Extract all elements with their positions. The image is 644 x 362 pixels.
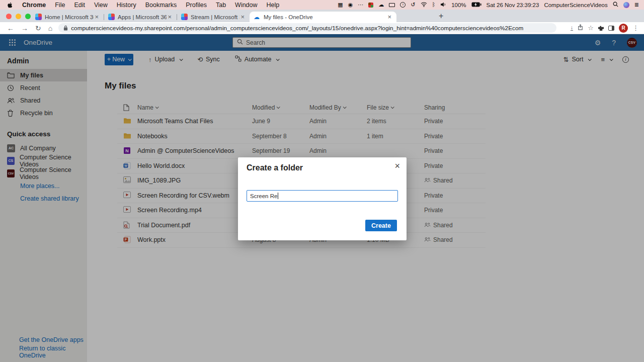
tab-close-icon[interactable]: × (94, 13, 100, 21)
microsoft365-icon (181, 14, 188, 20)
onedrive-page: OneDrive Search ⚙ ? CSV Admin My files (0, 34, 644, 362)
onedrive-cloud-icon[interactable]: ☁ (378, 2, 384, 8)
extensions-icon[interactable] (598, 25, 604, 31)
new-tab-button[interactable]: + (439, 12, 443, 21)
apple-menu-icon[interactable] (7, 2, 13, 9)
minimize-window-button[interactable] (16, 14, 21, 19)
address-bar[interactable]: computersciencevideos-my.sharepoint.com/… (58, 23, 556, 33)
control-center-icon[interactable]: ≣ (634, 2, 639, 8)
screen: ChromeFileEditViewHistoryBookmarksProfil… (0, 0, 644, 362)
tab-close-icon[interactable]: × (386, 13, 392, 21)
forward-icon[interactable]: → (21, 24, 28, 32)
menu-bookmarks[interactable]: Bookmarks (145, 2, 177, 9)
window-controls (6, 14, 31, 19)
menubar-status: ▦ ◉ ⋯ ☁ ↑ ↺ ᛒ 100% Sat 26 Nov 23:39:23 C… (338, 2, 644, 8)
onedrive-cloud-icon: ☁ (254, 14, 261, 20)
text-caret (278, 193, 278, 199)
browser-toolbar: ← → ↻ ⌂ computersciencevideos-my.sharepo… (0, 22, 644, 34)
tab-close-icon[interactable]: × (167, 13, 173, 21)
back-icon[interactable]: ← (7, 24, 14, 32)
close-window-button[interactable] (6, 14, 12, 19)
backup-icon[interactable]: ↑ (400, 2, 406, 8)
microsoft365-icon (35, 14, 42, 20)
create-folder-dialog: Create a folder × Screen Re Create (238, 157, 407, 240)
volume-icon[interactable] (440, 2, 446, 8)
menu-view[interactable]: View (94, 2, 108, 9)
tab-home-m365[interactable]: Home | Microsoft 365 × (31, 12, 104, 22)
tab-apps-m365[interactable]: Apps | Microsoft 365 × (104, 12, 177, 22)
menu-window[interactable]: Window (235, 2, 257, 9)
macos-menubar: ChromeFileEditViewHistoryBookmarksProfil… (0, 0, 644, 10)
side-panel-icon[interactable] (608, 26, 614, 31)
share-icon[interactable] (578, 24, 583, 32)
tab-stream-m365[interactable]: Stream | Microsoft 365 × (177, 12, 250, 22)
folder-name-value: Screen Re (250, 193, 277, 199)
folder-name-input[interactable]: Screen Re (247, 190, 398, 202)
menubar-username[interactable]: ComputerScienceVideos (544, 2, 607, 8)
close-icon[interactable]: × (394, 161, 400, 171)
reload-icon[interactable]: ↻ (35, 24, 41, 32)
menubar-clock[interactable]: Sat 26 Nov 23:39:23 (487, 2, 539, 8)
siri-icon[interactable] (623, 2, 629, 8)
download-icon[interactable]: ↓ (571, 25, 574, 31)
more-status-icon[interactable]: ⋯ (358, 2, 363, 8)
battery-percent: 100% (451, 2, 466, 8)
browser-profile-avatar[interactable]: R (619, 24, 628, 33)
microsoft365-icon (108, 14, 115, 20)
browser-menu-icon[interactable]: ⋮ (632, 24, 639, 32)
grid-status-icon[interactable]: ▦ (338, 2, 343, 8)
time-machine-icon[interactable]: ↺ (411, 2, 415, 8)
menu-help[interactable]: Help (267, 2, 280, 9)
menu-profiles[interactable]: Profiles (186, 2, 207, 9)
menubar-items: ChromeFileEditViewHistoryBookmarksProfil… (13, 2, 279, 9)
tab-close-icon[interactable]: × (239, 13, 246, 21)
battery-icon (471, 2, 481, 8)
lock-icon[interactable] (63, 24, 68, 33)
display-icon[interactable] (389, 3, 395, 7)
url-text: computersciencevideos-my.sharepoint.com/… (71, 25, 523, 32)
bookmark-star-icon[interactable]: ☆ (588, 24, 594, 32)
dialog-title: Create a folder (247, 163, 303, 172)
tab-my-files-onedrive[interactable]: ☁ My files - OneDrive × (250, 12, 396, 22)
menu-tab[interactable]: Tab (216, 2, 226, 9)
menu-edit[interactable]: Edit (74, 2, 85, 9)
menu-file[interactable]: File (55, 2, 65, 9)
bluetooth-icon[interactable]: ᛒ (432, 2, 436, 8)
menu-history[interactable]: History (117, 2, 136, 9)
app-status-icon[interactable] (368, 3, 373, 8)
zoom-window-button[interactable] (25, 14, 31, 19)
wifi-icon[interactable] (421, 2, 427, 8)
menu-chrome[interactable]: Chrome (22, 2, 46, 9)
home-icon[interactable]: ⌂ (48, 24, 52, 32)
create-button[interactable]: Create (365, 220, 397, 231)
tab-strip: Home | Microsoft 365 × Apps | Microsoft … (0, 10, 644, 22)
screen-record-icon[interactable]: ◉ (348, 2, 353, 8)
spotlight-search-icon[interactable] (613, 2, 618, 8)
